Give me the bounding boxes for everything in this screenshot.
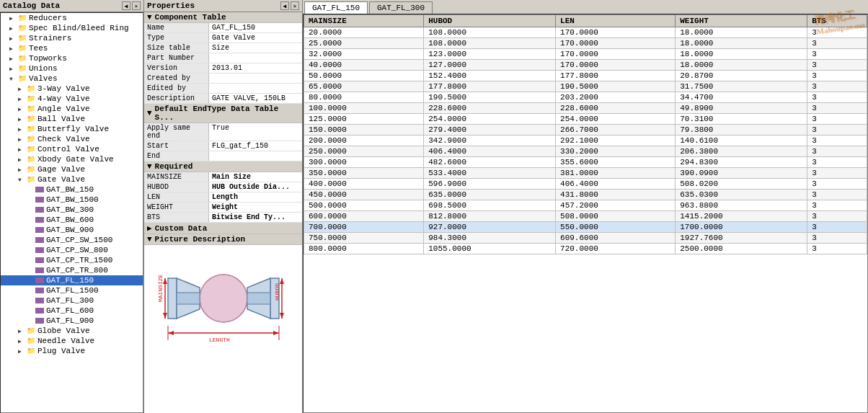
table-row[interactable]: 32.0000123.0000170.000018.00003 [304,49,867,60]
properties-pin-btn[interactable]: ◀ [280,1,289,10]
table-cell-len: 355.6000 [556,157,676,168]
svg-rect-7 [177,293,200,304]
tab-gat-fl-150-tab[interactable]: GAT_FL_150 [304,1,368,14]
tab-gat-fl-300-tab[interactable]: GAT_FL_300 [369,1,433,14]
tree-item-gat-fl-300[interactable]: GAT_FL_300 [1,296,143,306]
tree-item-3way[interactable]: ▶📁3-Way Valve [1,84,143,94]
tree-item-angle[interactable]: ▶📁Angle Valve [1,104,143,114]
table-row[interactable]: 125.0000254.0000254.000070.31003 [304,114,867,125]
tree-item-plug[interactable]: ▶📁Plug Valve [1,346,143,356]
tree-item-gat-fl-900[interactable]: GAT_FL_900 [1,316,143,326]
tree-item-gat-fl-1500[interactable]: GAT_FL_1500 [1,285,143,296]
properties-close-btn[interactable]: ✕ [291,1,299,10]
folder-icon: 📁 [27,84,35,93]
table-row[interactable]: 150.0000279.4000266.700079.38003 [304,125,867,136]
table-cell-bts: 3 [807,27,867,38]
tree-item-gage[interactable]: ▶📁Gage Valve [1,164,143,174]
item-label: GAT_FL_600 [46,306,94,315]
expander: ▶ [18,86,27,92]
tree-item-gat-bw-150[interactable]: GAT_BW_150 [1,185,143,195]
prop-value [209,151,302,161]
table-row[interactable]: 250.0000406.4000330.2000206.38003 [304,146,867,157]
table-cell-bts: 3 [807,222,867,233]
tree-item-needle[interactable]: ▶📁Needle Valve [1,336,143,346]
item-label: Strainers [29,34,71,43]
tree-item-unions[interactable]: ▶📁Unions [1,63,143,74]
properties-controls: ◀ ✕ [280,1,299,10]
table-row[interactable]: 25.0000108.0000170.000018.00003 [304,38,867,49]
table-row[interactable]: 300.0000482.6000355.6000294.83003 [304,157,867,168]
prop-label: End [144,151,209,161]
tree-item-gat-cp-sw-800[interactable]: GAT_CP_SW_800 [1,245,143,255]
expander: ▶ [9,15,18,22]
tree-item-butterfly[interactable]: ▶📁Butterfly Valve [1,124,143,134]
tree-item-gat-bw-900[interactable]: GAT_BW_900 [1,225,143,235]
tree-item-valves[interactable]: ▼📁Valves [1,74,143,84]
table-row[interactable]: 80.0000190.5000203.200034.47003 [304,92,867,103]
tree-item-gat-cp-sw-1500[interactable]: GAT_CP_SW_1500 [1,235,143,245]
item-icon [35,267,44,273]
tree-item-4way[interactable]: ▶📁4-Way Valve [1,94,143,104]
required-header[interactable]: ▼Required [144,161,302,172]
table-row[interactable]: 400.0000596.9000406.4000508.02003 [304,179,867,190]
catalog-header: Catalog Data ◀ ✕ [0,0,143,12]
folder-icon: 📁 [18,24,27,32]
tree-item-reducers[interactable]: ▶📁Reducers [1,13,143,23]
table-cell-weight: 294.8300 [676,157,807,168]
table-row[interactable]: 350.0000533.4000381.0000390.09003 [304,168,867,179]
tree-item-tees[interactable]: ▶📁Tees [1,43,143,53]
tree-item-gat-fl-150[interactable]: GAT_FL_150 [1,275,143,285]
prop-value: Length [209,192,302,202]
table-row[interactable]: 600.0000812.8000508.00001415.20003 [304,211,867,222]
table-row[interactable]: 100.0000228.6000228.600049.89003 [304,103,867,114]
custom-data-header[interactable]: ▶Custom Data [144,223,302,234]
tree-item-gat-bw-600[interactable]: GAT_BW_600 [1,215,143,225]
item-label: Reducers [29,14,67,22]
tree-item-gate[interactable]: ▼📁Gate Valve [1,174,143,185]
default-endtype-header[interactable]: ▼Default EndType Data Table S... [144,104,302,123]
table-cell-len: 330.2000 [556,146,676,157]
data-panel: GAT_FL_150GAT_FL_300 MAINSIZEHUBODLENWEI… [303,0,868,413]
prop-label: Description [144,94,209,103]
tree-item-ball[interactable]: ▶📁Ball Valve [1,114,143,124]
tree-item-strainers[interactable]: ▶📁Strainers [1,33,143,43]
catalog-pin-btn[interactable]: ◀ [122,1,130,10]
table-row[interactable]: 450.0000635.0000431.8000635.03003 [304,190,867,200]
svg-rect-8 [247,293,270,304]
tree-item-check[interactable]: ▶📁Check Valve [1,134,143,144]
tree-item-globe[interactable]: ▶📁Globe Valve [1,326,143,336]
data-table-container[interactable]: MAINSIZEHUBODLENWEIGHTBTS20.0000108.0000… [303,14,868,413]
table-row[interactable]: 700.0000927.0000550.00001700.00003 [304,222,867,233]
table-row[interactable]: 500.0000698.5000457.2000963.88003 [304,200,867,211]
table-cell-weight: 18.0000 [676,27,807,38]
tree-item-gat-cp-tr-1500[interactable]: GAT_CP_TR_1500 [1,255,143,265]
tree-item-gat-bw-1500[interactable]: GAT_BW_1500 [1,195,143,205]
table-cell-hubod: 190.5000 [424,92,556,103]
folder-icon: 📁 [27,165,35,174]
prop-value: 2013.01 [209,63,302,73]
tree-item-gat-cp-tr-800[interactable]: GAT_CP_TR_800 [1,265,143,275]
table-row[interactable]: 40.0000127.0000170.000018.00003 [304,60,867,71]
tree-item-spec-blind[interactable]: ▶📁Spec Blind/Bleed Ring [1,23,143,33]
table-row[interactable]: 800.00001055.0000720.00002500.00003 [304,244,867,254]
picture-description-header[interactable]: ▼Picture Description [144,234,302,245]
prop-row: StartFLG_gat_f_150 [144,141,302,151]
table-cell-hubod: 698.5000 [424,200,556,211]
table-cell-weight: 390.0900 [676,168,807,179]
table-row[interactable]: 65.0000177.8000190.500031.75003 [304,81,867,92]
table-row[interactable]: 750.0000984.3000609.60001927.76003 [304,233,867,244]
tree-item-xbody-gate[interactable]: ▶📁Xbody Gate Valve [1,154,143,164]
component-table-header[interactable]: ▼Component Table [144,12,302,23]
expander: ▶ [18,156,27,163]
tree-item-topworks[interactable]: ▶📁Topworks [1,53,143,63]
tree-item-gat-bw-300[interactable]: GAT_BW_300 [1,205,143,215]
expander: ▶ [18,338,27,345]
table-row[interactable]: 200.0000342.9000292.1000140.61003 [304,136,867,146]
tree-item-control[interactable]: ▶📁Control Valve [1,144,143,154]
catalog-close-btn[interactable]: ✕ [132,1,141,10]
table-row[interactable]: 50.0000152.4000177.800020.87003 [304,71,867,81]
tree-item-gat-fl-600[interactable]: GAT_FL_600 [1,306,143,316]
picture-area: MAINSIZE HUBOD LENGTH [144,245,302,352]
table-row[interactable]: 20.0000108.0000170.000018.00003 [304,27,867,38]
expander: ▼ [18,177,27,183]
